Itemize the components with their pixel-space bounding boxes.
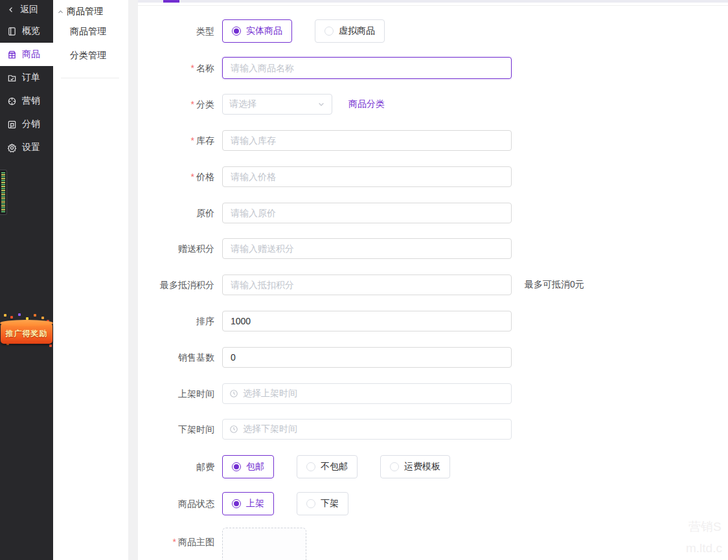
category-select[interactable]: 请选择	[222, 94, 332, 115]
time-placeholder: 选择上架时间	[243, 388, 297, 399]
form-row-name: *名称	[138, 57, 728, 79]
gift-points-input[interactable]	[222, 238, 512, 259]
field-label-status: 商品状态	[138, 497, 214, 510]
radio-unselected-icon	[390, 462, 399, 471]
select-placeholder: 请选择	[229, 98, 317, 110]
submenu-header-label: 商品管理	[67, 6, 103, 17]
price-input[interactable]	[222, 166, 512, 187]
field-label-sales-base: 销售基数	[138, 351, 214, 364]
goods-icon	[7, 50, 17, 60]
tab-bar-track	[138, 0, 728, 3]
sidebar-item-marketing[interactable]: 营销	[0, 89, 53, 113]
required-asterisk: *	[191, 63, 194, 73]
field-label-on-shelf-time: 上架时间	[138, 387, 214, 400]
original-price-input[interactable]	[222, 203, 512, 223]
radio-unselected-icon	[306, 462, 315, 471]
promo-text: 推广得奖励	[6, 328, 48, 339]
sidebar-item-back[interactable]: 返回	[0, 0, 53, 19]
required-asterisk: *	[191, 172, 194, 182]
app-root: 返回 概览 商品 订单 营销 分销 设置	[0, 0, 728, 560]
sidebar-item-orders[interactable]: 订单	[0, 66, 53, 89]
submenu-item-category-management[interactable]: 分类管理	[53, 43, 128, 67]
chevron-down-icon	[317, 100, 325, 108]
max-deduct-points-input[interactable]	[222, 274, 512, 295]
product-form: 类型 实体商品 虚拟商品 *名称 *分	[138, 6, 728, 560]
required-asterisk: *	[191, 135, 194, 146]
radio-option-off-shelf[interactable]: 下架	[297, 492, 348, 515]
name-input[interactable]	[222, 57, 512, 79]
form-row-gift-points: 赠送积分	[138, 238, 728, 259]
radio-selected-icon	[232, 499, 241, 508]
main-image-upload-box[interactable]	[222, 528, 306, 560]
sidebar-item-label: 概览	[22, 25, 40, 37]
marketing-icon	[7, 96, 17, 106]
category-manage-link[interactable]: 商品分类	[348, 98, 385, 110]
sidebar-item-overview[interactable]: 概览	[0, 19, 53, 43]
sidebar-item-label: 商品	[22, 49, 40, 60]
distribution-icon	[7, 120, 17, 129]
field-label-main-image: *商品主图	[138, 528, 214, 548]
meter-stripes	[1, 172, 5, 212]
product-form-content: 类型 实体商品 虚拟商品 *名称 *分	[138, 0, 728, 560]
status-radio-group: 上架 下架	[222, 492, 371, 515]
field-label-price: *价格	[138, 170, 214, 183]
sidebar-item-label: 设置	[22, 142, 40, 153]
promo-ribbon: 推广得奖励	[1, 323, 52, 344]
stock-input[interactable]	[222, 130, 512, 151]
overview-icon	[7, 27, 17, 36]
mini-meter-widget	[0, 170, 7, 215]
chevron-left-icon	[7, 6, 15, 14]
radio-selected-icon	[232, 462, 241, 471]
sidebar-item-label: 分销	[22, 118, 40, 130]
sidebar-item-label: 订单	[22, 72, 40, 84]
field-label-stock: *库存	[138, 134, 214, 147]
required-asterisk: *	[173, 537, 176, 547]
off-shelf-time-picker[interactable]: 选择下架时间	[222, 419, 512, 440]
field-label-max-deduct-points: 最多抵消积分	[138, 278, 214, 291]
time-placeholder: 选择下架时间	[243, 423, 297, 435]
sidebar-item-distribution[interactable]: 分销	[0, 113, 53, 136]
radio-selected-icon	[232, 27, 241, 36]
sales-base-input[interactable]	[222, 347, 512, 368]
form-row-type: 类型 实体商品 虚拟商品	[138, 19, 728, 43]
radio-option-free-shipping[interactable]: 包邮	[222, 455, 274, 478]
sidebar-item-settings[interactable]: 设置	[0, 136, 53, 159]
submenu-item-label: 商品管理	[70, 26, 106, 38]
radio-option-shipping-template[interactable]: 运费模板	[380, 455, 450, 478]
chevron-up-icon	[57, 8, 64, 16]
on-shelf-time-picker[interactable]: 选择上架时间	[222, 383, 512, 404]
field-label-sort: 排序	[138, 315, 214, 328]
confetti-decoration	[4, 314, 6, 317]
field-label-shipping: 邮费	[138, 460, 214, 473]
sort-input[interactable]	[222, 311, 512, 331]
submenu: 商品管理 商品管理 分类管理	[53, 0, 128, 560]
form-row-sales-base: 销售基数	[138, 347, 728, 368]
field-label-type: 类型	[138, 25, 214, 38]
layout-gap-strip	[128, 0, 138, 560]
form-row-main-image: *商品主图	[138, 528, 728, 560]
submenu-header-goods-management[interactable]: 商品管理	[53, 4, 128, 19]
sidebar: 返回 概览 商品 订单 营销 分销 设置	[0, 0, 53, 560]
field-label-name: *名称	[138, 62, 214, 74]
required-asterisk: *	[191, 99, 194, 109]
max-deduct-hint: 最多可抵消0元	[525, 279, 584, 291]
sidebar-item-label: 返回	[20, 4, 38, 16]
sidebar-item-goods[interactable]: 商品	[0, 43, 53, 66]
radio-option-on-shelf[interactable]: 上架	[222, 492, 274, 515]
sidebar-item-label: 营销	[22, 95, 40, 107]
submenu-item-goods-management[interactable]: 商品管理	[53, 19, 128, 43]
radio-option-physical-goods[interactable]: 实体商品	[222, 19, 292, 43]
settings-icon	[7, 143, 17, 153]
form-row-on-shelf-time: 上架时间 选择上架时间	[138, 383, 728, 404]
clock-icon	[229, 425, 238, 434]
form-row-stock: *库存	[138, 130, 728, 151]
form-row-off-shelf-time: 下架时间 选择下架时间	[138, 419, 728, 440]
radio-unselected-icon	[306, 499, 315, 508]
radio-option-no-free-shipping[interactable]: 不包邮	[297, 455, 358, 478]
orders-icon	[7, 73, 17, 83]
form-row-original-price: 原价	[138, 203, 728, 223]
form-row-category: *分类 请选择 商品分类	[138, 94, 728, 115]
promo-banner[interactable]: 推广得奖励	[0, 313, 53, 352]
radio-option-virtual-goods[interactable]: 虚拟商品	[315, 19, 385, 43]
tab-bar	[138, 0, 728, 6]
